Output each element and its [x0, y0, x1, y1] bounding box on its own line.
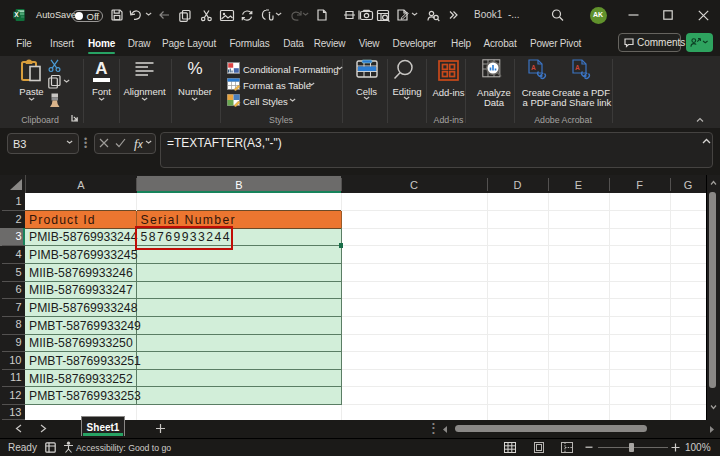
svg-text:A: A [575, 64, 580, 71]
svg-text:X: X [14, 11, 19, 18]
svg-text:A: A [531, 64, 536, 71]
